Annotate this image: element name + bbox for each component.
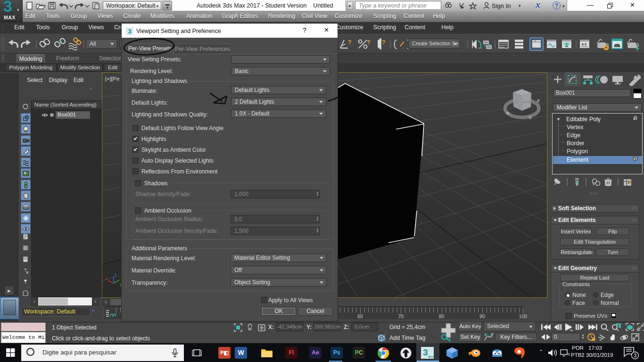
svg-text:?: ? — [348, 39, 351, 46]
svg-text:?: ? — [367, 39, 370, 46]
svg-text:?: ? — [382, 39, 385, 46]
svg-text:x: x — [105, 276, 107, 281]
svg-text:MAX: MAX — [428, 355, 434, 358]
svg-text:▾: ▾ — [519, 3, 521, 8]
svg-text:z: z — [115, 272, 117, 277]
svg-text:3: 3 — [634, 353, 637, 358]
svg-text:3: 3 — [423, 347, 428, 357]
svg-text:E: E — [536, 99, 540, 104]
svg-text:Sign In: Sign In — [492, 2, 511, 9]
